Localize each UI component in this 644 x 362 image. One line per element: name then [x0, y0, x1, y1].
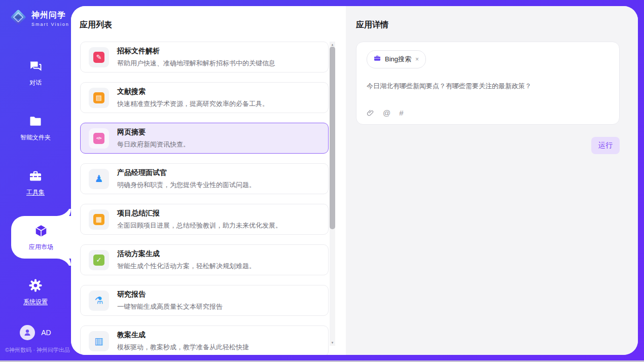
- brand-subtitle: Smart Vision: [31, 22, 69, 27]
- sidebar-item-label: 系统设置: [23, 298, 48, 306]
- user-initials: AD: [41, 329, 51, 337]
- app-item-description: 模板驱动，教案秒成，教学准备从此轻松快捷: [117, 343, 249, 352]
- app-item-description: 智能生成个性化活动方案，轻松解决规划难题。: [117, 262, 256, 271]
- prompt-card: Bing搜索 × 今日湖北有哪些新闻要点？有哪些需要关注的最新政策？ @ #: [356, 42, 620, 125]
- app-item-description: 快速精准查找学术资源，提高研究效率的必备工具。: [117, 99, 269, 108]
- app-item-name: 招标文件解析: [117, 47, 275, 56]
- cube-icon: [33, 223, 49, 238]
- pm-interviewer-icon: ♟: [89, 169, 109, 189]
- close-icon[interactable]: ×: [415, 56, 419, 63]
- brand-diamond-icon: [9, 8, 27, 28]
- main-content: 应用列表 ✎招标文件解析帮助用户快速、准确地理解和解析招标书中的关键信息▤文献搜…: [71, 6, 638, 355]
- sidebar-item-对话[interactable]: 对话: [0, 46, 71, 100]
- scrollbar-thumb[interactable]: [330, 47, 335, 229]
- literature-search-icon: ▤: [89, 88, 109, 108]
- folder-icon: [28, 114, 43, 129]
- sidebar-item-系统设置[interactable]: 系统设置: [0, 265, 71, 319]
- sidebar: 神州问学 Smart Vision 对话智能文件夹工具集应用市场系统设置 AD …: [0, 0, 71, 360]
- app-item-name: 文献搜索: [117, 87, 269, 96]
- hash-icon[interactable]: #: [399, 108, 403, 117]
- app-item-description: 帮助用户快速、准确地理解和解析招标书中的关键信息: [117, 59, 275, 68]
- scrollbar-down-arrow[interactable]: [330, 340, 335, 346]
- research-report-icon: ⚗: [89, 291, 109, 311]
- app-item-name: 研究报告: [117, 290, 223, 299]
- app-list-item[interactable]: </>网页摘要每日政府新闻资讯快查。: [80, 123, 329, 154]
- app-detail-title: 应用详情: [356, 20, 388, 30]
- brand-logo: 神州问学 Smart Vision: [0, 0, 71, 28]
- run-button[interactable]: 运行: [591, 137, 620, 154]
- sidebar-nav: 对话智能文件夹工具集应用市场系统设置: [0, 46, 71, 319]
- app-list: ✎招标文件解析帮助用户快速、准确地理解和解析招标书中的关键信息▤文献搜索快速精准…: [80, 42, 329, 355]
- app-list-item[interactable]: ♟产品经理面试官明确身份和职责，为您提供专业性的面试问题。: [80, 163, 329, 194]
- bid-doc-icon: ✎: [89, 47, 109, 67]
- copyright-text: ©神州数码 · 神州问学出品: [5, 346, 70, 354]
- tool-chip-label: Bing搜索: [385, 55, 411, 64]
- app-list-title: 应用列表: [80, 20, 112, 30]
- app-list-item[interactable]: ▥教案生成模板驱动，教案秒成，教学准备从此轻松快捷: [80, 325, 329, 355]
- sidebar-item-label: 工具集: [26, 188, 45, 197]
- app-detail-pane: 应用详情 Bing搜索 × 今日湖北有哪些新闻要点？有哪些需要关注的最新政策？: [346, 6, 638, 355]
- app-item-name: 产品经理面试官: [117, 168, 256, 177]
- sidebar-item-label: 智能文件夹: [20, 133, 51, 142]
- toolbox-icon: [28, 168, 43, 184]
- paperclip-icon[interactable]: [367, 109, 374, 117]
- web-summary-icon: </>: [89, 128, 109, 149]
- event-plan-icon: ✓: [89, 250, 109, 270]
- sidebar-item-label: 对话: [29, 79, 42, 87]
- project-summary-icon: ▦: [89, 209, 109, 230]
- app-list-item[interactable]: ▦项目总结汇报全面回顾项目进展，总结经验教训，助力未来优化发展。: [80, 204, 329, 235]
- sidebar-item-智能文件夹[interactable]: 智能文件夹: [0, 100, 71, 155]
- query-input[interactable]: 今日湖北有哪些新闻要点？有哪些需要关注的最新政策？: [367, 82, 609, 91]
- avatar: [20, 325, 35, 340]
- app-item-name: 网页摘要: [117, 128, 190, 137]
- user-account[interactable]: AD: [0, 325, 71, 340]
- app-item-name: 教案生成: [117, 331, 249, 340]
- briefcase-icon: [373, 54, 381, 64]
- input-toolbar: @ #: [367, 108, 609, 117]
- app-item-description: 全面回顾项目进展，总结经验教训，助力未来优化发展。: [117, 221, 282, 230]
- app-list-pane: 应用列表 ✎招标文件解析帮助用户快速、准确地理解和解析招标书中的关键信息▤文献搜…: [71, 6, 346, 355]
- app-list-item[interactable]: ✓活动方案生成智能生成个性化活动方案，轻松解决规划难题。: [80, 244, 329, 275]
- app-item-description: 明确身份和职责，为您提供专业性的面试问题。: [117, 180, 256, 190]
- app-list-scrollbar[interactable]: [330, 42, 335, 346]
- sidebar-item-应用市场[interactable]: 应用市场: [11, 216, 71, 259]
- app-item-name: 项目总结汇报: [117, 209, 282, 218]
- chat-icon: [28, 59, 43, 74]
- sidebar-item-label: 应用市场: [29, 243, 53, 251]
- mention-icon[interactable]: @: [383, 108, 390, 117]
- app-item-description: 每日政府新闻资讯快查。: [117, 140, 190, 149]
- brand-name: 神州问学: [31, 10, 69, 21]
- tool-chip-bing-search[interactable]: Bing搜索 ×: [367, 50, 426, 68]
- app-list-item[interactable]: ▤文献搜索快速精准查找学术资源，提高研究效率的必备工具。: [80, 82, 329, 113]
- gear-icon: [28, 278, 43, 293]
- app-item-name: 活动方案生成: [117, 249, 256, 259]
- app-list-item[interactable]: ✎招标文件解析帮助用户快速、准确地理解和解析招标书中的关键信息: [80, 42, 329, 73]
- app-list-item[interactable]: ⚗研究报告一键智能生成高质量长文本研究报告: [80, 285, 329, 316]
- app-item-description: 一键智能生成高质量长文本研究报告: [117, 302, 223, 311]
- lesson-plan-icon: ▥: [89, 331, 109, 351]
